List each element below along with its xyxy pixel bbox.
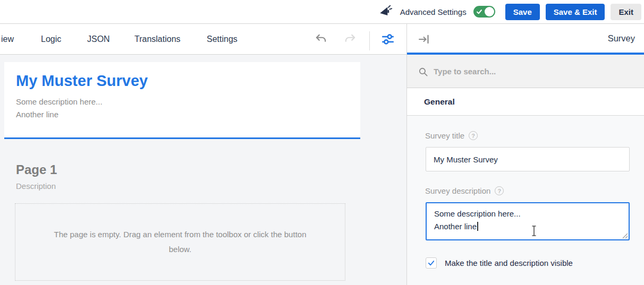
survey-description-label: Survey description [425, 186, 490, 195]
exit-button[interactable]: Exit [611, 4, 641, 20]
survey-title-label-row: Survey title ? [425, 131, 478, 140]
description-line1: Some description here... [434, 208, 621, 220]
visibility-checkbox-label[interactable]: Make the title and description visible [445, 258, 573, 267]
tab-json[interactable]: JSON [87, 24, 110, 54]
redo-icon[interactable] [343, 32, 357, 46]
top-toolbar: Advanced Settings Save Save & Exit Exit [0, 0, 644, 24]
help-icon[interactable]: ? [469, 131, 478, 140]
property-search-row [407, 55, 644, 88]
page-title[interactable]: Page 1 [16, 162, 57, 177]
empty-page-drop-area[interactable]: The page is empty. Drag an element from … [15, 203, 345, 281]
tab-preview[interactable]: iew [1, 24, 14, 54]
survey-description-line1: Some description here... [16, 96, 103, 108]
resize-handle[interactable] [622, 233, 628, 239]
survey-description-textarea[interactable]: Some description here... Another line [426, 202, 630, 240]
tab-settings[interactable]: Settings [207, 24, 238, 54]
survey-header-card[interactable]: My Muster Survey Some description here..… [4, 62, 360, 139]
property-panel-header: Survey [407, 24, 644, 55]
empty-page-text: The page is empty. Drag an element from … [53, 227, 308, 257]
tab-translations[interactable]: Translations [134, 24, 181, 54]
page-description[interactable]: Description [16, 182, 56, 191]
top-toolbar-actions: Advanced Settings Save Save & Exit Exit [378, 0, 641, 23]
toggle-knob [485, 7, 494, 16]
survey-description-line2: Another line [16, 108, 103, 121]
search-input[interactable] [434, 55, 635, 88]
property-panel-body: Survey title ? Survey description ? Some… [407, 116, 644, 285]
megaphone-icon[interactable] [378, 5, 392, 19]
toolbar-divider [369, 31, 370, 50]
advanced-settings-label: Advanced Settings [400, 7, 467, 16]
help-icon[interactable]: ? [495, 186, 504, 195]
property-panel-title: Survey [608, 24, 635, 53]
designer-canvas: My Muster Survey Some description here..… [0, 55, 406, 285]
survey-description-label-row: Survey description ? [425, 186, 504, 195]
collapse-panel-icon[interactable] [418, 33, 430, 46]
checkmark-icon [427, 259, 435, 267]
visibility-checkbox-row: Make the title and description visible [426, 257, 573, 269]
section-general[interactable]: General [407, 89, 644, 116]
survey-description-text[interactable]: Some description here... Another line [16, 96, 103, 121]
sliders-icon[interactable] [381, 32, 395, 46]
designer-tab-bar: iew Logic JSON Translations Settings [0, 24, 406, 55]
save-button[interactable]: Save [505, 4, 540, 20]
undo-icon[interactable] [314, 32, 328, 46]
visibility-checkbox[interactable] [426, 257, 437, 269]
search-icon [418, 67, 428, 77]
text-caret [477, 222, 478, 231]
description-line2: Another line [434, 220, 621, 233]
save-and-exit-button[interactable]: Save & Exit [546, 4, 605, 20]
survey-title-text[interactable]: My Muster Survey [16, 72, 148, 90]
advanced-settings-toggle[interactable] [473, 6, 495, 18]
survey-title-input[interactable] [426, 147, 630, 171]
tab-logic[interactable]: Logic [41, 24, 61, 54]
survey-title-label: Survey title [425, 131, 464, 140]
toggle-check-icon [476, 8, 482, 15]
ibeam-cursor-icon [530, 225, 538, 237]
survey-creator-app: Advanced Settings Save Save & Exit Exit … [0, 0, 644, 285]
section-general-label: General [424, 89, 455, 115]
